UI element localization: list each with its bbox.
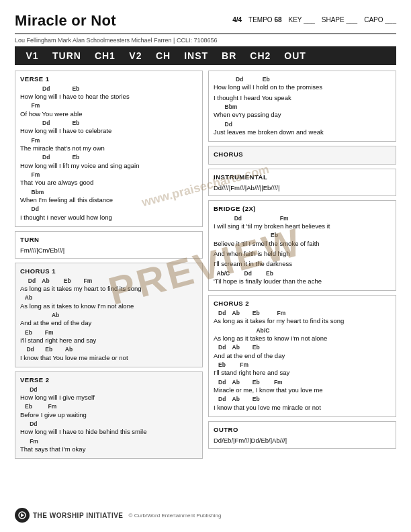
ch2-line1: Dd Ab Eb Fm As long as it takes for my h… [214, 310, 391, 326]
song-title: Miracle or Not [15, 12, 116, 30]
content-columns: VERSE 1 Dd Eb How long will I have to he… [15, 71, 396, 467]
v2-line1: Dd How long will I give myself [20, 387, 197, 402]
br-line2: Eb Believe it 'til I smell the smoke of … [214, 232, 391, 248]
bridge-label: BRIDGE (2X) [214, 204, 391, 214]
ch1-line4: Eb Fm I'll stand right here and say [20, 330, 197, 345]
time-sig: 4/4 [232, 16, 242, 24]
chorus2-section: CHORUS 2 Dd Ab Eb Fm As long as it takes… [208, 295, 396, 417]
tempo-label: TEMPO 68 [248, 16, 281, 24]
instrumental-content: Dd////|Fm///|Ab///||Eb////| [214, 183, 391, 192]
nav-inst[interactable]: INST [177, 49, 215, 62]
nav-ch1[interactable]: CH1 [88, 49, 122, 62]
verse1-section: VERSE 1 Dd Eb How long will I have to he… [15, 71, 203, 227]
br-line1: Dd Fm I will sing it 'til my broken hear… [214, 216, 391, 231]
shape-label: SHAPE ___ [322, 16, 357, 24]
chorus-label: CHORUS [214, 150, 391, 159]
turn-label: TURN [20, 235, 197, 245]
footer-logo-text: THE WORSHIP INITIATIVE [33, 512, 124, 519]
outro-content: Dd/Eb/|Fm///|Dd/Eb/|Ab///| [214, 436, 391, 445]
credits: Lou Fellingham Mark Alan Schoolmeesters … [15, 37, 396, 44]
v1-line6: Fm That You are always good [20, 172, 197, 187]
v2-line4: Fm That says that I'm okay [20, 439, 197, 454]
logo-circle [15, 508, 30, 523]
footer: THE WORSHIP INITIATIVE © Curb/Word Enter… [15, 508, 396, 523]
capo-label: CAPO ___ [364, 16, 396, 24]
outro-section: OUTRO Dd/Eb/|Fm///|Dd/Eb/|Ab///| [208, 421, 396, 449]
header-divider [15, 33, 396, 34]
br-line3: And when faith is held high [214, 249, 391, 258]
v2-line3: Dd How long will I have to hide behind t… [20, 421, 197, 437]
chorus1-section: CHORUS 1 Dd Ab Eb Fm As long as it takes… [15, 263, 203, 367]
v1-line7: Bbm When I'm feeling all this distance [20, 189, 197, 205]
logo-icon [17, 511, 27, 520]
key-label: KEY ___ [289, 16, 315, 24]
verse2-label: VERSE 2 [20, 375, 197, 385]
turn-section: TURN Fm////|Cm/Eb///| [15, 231, 203, 259]
v2c-line4: Dd Just leaves me broken down and weak [214, 122, 391, 137]
nav-ch[interactable]: CH [149, 49, 177, 62]
v1-line4: Fm The miracle that's not my own [20, 138, 197, 153]
nav-v2[interactable]: V2 [122, 49, 149, 62]
nav-out[interactable]: OUT [277, 49, 313, 62]
page: Miracle or Not 4/4 TEMPO 68 KEY ___ SHAP… [0, 0, 411, 532]
bridge-section: BRIDGE (2X) Dd Fm I will sing it 'til my… [208, 200, 396, 291]
chorus-section: CHORUS [208, 146, 396, 165]
nav-ch2[interactable]: CH2 [243, 49, 277, 62]
v2c-line2: I thought I heard You speak [214, 93, 391, 102]
v1-line8: Dd I thought I never would how long [20, 206, 197, 222]
ch1-line2: Ab As long as it takes to know I'm not a… [20, 295, 197, 310]
v2c-line3: Bbm When ev'ry passing day [214, 104, 391, 120]
ch2-line4: Eb Fm I'll stand right here and say [214, 362, 391, 378]
ch2-line3: Dd Ab Eb And at the end of the day [214, 345, 391, 360]
footer-logo: THE WORSHIP INITIATIVE [15, 508, 124, 523]
chorus2-label: CHORUS 2 [214, 299, 391, 308]
ch1-line3: Ab And at the end of the day [20, 312, 197, 328]
ch1-line5: Dd Eb Ab I know that You love me miracle… [20, 347, 197, 362]
chorus1-label: CHORUS 1 [20, 267, 197, 276]
ch2-line6: Dd Ab Eb I know that you love me miracle… [214, 396, 391, 412]
footer-copyright: © Curb/Word Entertainment Publishing [129, 513, 222, 519]
br-line4: I'll scream it in the darkness [214, 259, 391, 268]
right-column: Dd Eb How long will I hold on to the pro… [208, 71, 396, 467]
v2-line2: Eb Fm Before I give up waiting [20, 404, 197, 419]
turn-content: Fm////|Cm/Eb///| [20, 246, 197, 255]
ch1-line1: Dd Ab Eb Fm As long as it takes my heart… [20, 278, 197, 294]
verse2-section: VERSE 2 Dd How long will I give myself E… [15, 371, 203, 459]
ch2-line5: Dd Ab Eb Fm Miracle or me, I know that y… [214, 380, 391, 395]
nav-bar: V1 TURN CH1 V2 CH INST BR CH2 OUT [15, 46, 396, 65]
outro-label: OUTRO [214, 425, 391, 435]
nav-br[interactable]: BR [215, 49, 243, 62]
instrumental-section: INSTRUMENTAL Dd////|Fm///|Ab///||Eb////| [208, 169, 396, 196]
nav-v1[interactable]: V1 [19, 49, 46, 62]
v1-line1: Dd Eb How long will I have to hear the s… [20, 86, 197, 101]
verse2cont-section: Dd Eb How long will I hold on to the pro… [208, 71, 396, 142]
instrumental-label: INSTRUMENTAL [214, 173, 391, 182]
ch2-line2: Ab/C As long as it takes to know I'm not… [214, 328, 391, 343]
v1-line2: Fm Of how You were able [20, 103, 197, 118]
verse1-label: VERSE 1 [20, 75, 197, 84]
v1-line5: Dd Eb How long will I lift my voice and … [20, 154, 197, 170]
v1-line3: Dd Eb How long will I have to celebrate [20, 120, 197, 136]
nav-turn[interactable]: TURN [46, 49, 88, 62]
left-column: VERSE 1 Dd Eb How long will I have to he… [15, 71, 203, 467]
v2c-line1: Dd Eb How long will I hold on to the pro… [214, 77, 391, 92]
br-line5: Ab/C Dd Eb 'Til hope is finally louder t… [214, 271, 391, 286]
